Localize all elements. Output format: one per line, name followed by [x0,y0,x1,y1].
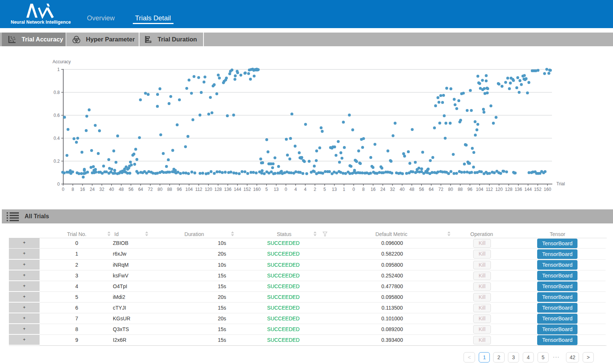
svg-text:Trial: Trial [556,181,565,186]
svg-text:88: 88 [458,187,463,192]
svg-text:1: 1 [343,187,346,192]
svg-text:152: 152 [243,187,251,192]
svg-text:104: 104 [185,187,193,192]
svg-text:0.4: 0.4 [54,136,60,141]
svg-text:40: 40 [109,187,114,192]
svg-text:4: 4 [304,187,307,192]
svg-text:8: 8 [71,187,74,192]
svg-text:80: 80 [158,187,163,192]
svg-text:120: 120 [205,187,212,192]
svg-text:96: 96 [177,187,182,192]
svg-text:72: 72 [148,187,153,192]
svg-text:120: 120 [495,187,503,192]
svg-text:0.6: 0.6 [54,113,60,118]
svg-text:13: 13 [274,187,279,192]
svg-text:64: 64 [138,187,143,192]
svg-text:136: 136 [515,187,522,192]
svg-text:104: 104 [476,187,483,192]
svg-text:13: 13 [332,187,337,192]
svg-text:72: 72 [438,187,444,192]
svg-text:128: 128 [505,187,512,192]
svg-text:112: 112 [195,187,202,192]
svg-text:0: 0 [353,187,355,192]
svg-text:2: 2 [314,187,316,192]
svg-text:56: 56 [419,187,424,192]
svg-text:1: 1 [57,67,60,72]
svg-text:16: 16 [371,187,376,192]
svg-text:0: 0 [62,187,64,192]
svg-text:48: 48 [410,187,415,192]
svg-text:5: 5 [323,187,326,192]
svg-text:96: 96 [468,187,473,192]
svg-text:88: 88 [167,187,172,192]
svg-text:64: 64 [429,187,434,192]
svg-text:0: 0 [57,182,60,187]
svg-text:128: 128 [214,187,222,192]
svg-text:80: 80 [448,187,453,192]
svg-text:160: 160 [253,187,260,192]
svg-text:0: 0 [284,187,287,192]
svg-text:32: 32 [390,187,395,192]
svg-text:5: 5 [265,187,268,192]
svg-text:32: 32 [100,187,105,192]
svg-text:8: 8 [362,187,365,192]
svg-text:56: 56 [128,187,134,192]
svg-text:0.8: 0.8 [54,90,60,95]
svg-text:144: 144 [234,187,241,192]
svg-text:160: 160 [544,187,551,192]
svg-text:144: 144 [524,187,532,192]
svg-text:24: 24 [90,187,95,192]
svg-text:48: 48 [119,187,124,192]
svg-text:40: 40 [400,187,405,192]
svg-text:4: 4 [294,187,297,192]
svg-text:Accuracy: Accuracy [53,59,71,64]
svg-text:136: 136 [224,187,232,192]
svg-text:152: 152 [534,187,542,192]
svg-text:24: 24 [380,187,385,192]
svg-text:0.2: 0.2 [54,159,60,164]
svg-text:16: 16 [80,187,85,192]
svg-text:112: 112 [486,187,493,192]
